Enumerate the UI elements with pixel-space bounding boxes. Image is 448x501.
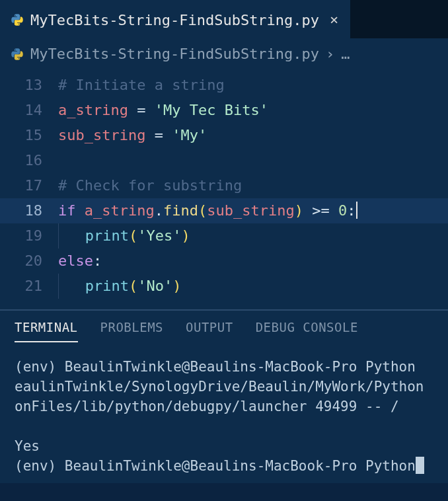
terminal-line: eaulinTwinkle/SynologyDrive/Beaulin/MyWo…: [15, 379, 424, 395]
line-number: 14: [0, 98, 58, 123]
terminal-line: (env) BeaulinTwinkle@Beaulins-MacBook-Pr…: [15, 359, 416, 375]
comment-token: # Initiate a string: [58, 77, 225, 93]
operator-token: =: [145, 127, 172, 143]
panel-tab-terminal[interactable]: TERMINAL: [15, 320, 78, 342]
string-token: 'My': [172, 127, 207, 143]
breadcrumb: MyTecBits-String-FindSubString.py › …: [0, 38, 448, 70]
paren-token: (: [198, 202, 207, 219]
code-line: 16: [0, 148, 448, 173]
line-number: 20: [0, 249, 58, 274]
python-icon: [11, 48, 24, 61]
punct-token: :: [93, 252, 102, 269]
paren-token: ): [172, 278, 181, 294]
operator-token: >=: [303, 202, 338, 219]
paren-token: (: [129, 278, 137, 294]
panel-tab-problems[interactable]: PROBLEMS: [100, 320, 164, 342]
panel-tab-output[interactable]: OUTPUT: [186, 320, 233, 342]
panel-tabs: TERMINAL PROBLEMS OUTPUT DEBUG CONSOLE: [0, 311, 448, 342]
chevron-right-icon: ›: [326, 46, 334, 62]
code-line: 17 # Check for substring: [0, 173, 448, 198]
indent-guide: [58, 274, 59, 299]
paren-token: (: [129, 227, 137, 244]
function-token: print: [85, 278, 129, 294]
breadcrumb-file[interactable]: MyTecBits-String-FindSubString.py: [30, 46, 319, 62]
paren-token: ): [295, 202, 303, 219]
close-icon[interactable]: ×: [330, 13, 338, 27]
variable-token: a_string: [58, 102, 128, 118]
number-token: 0: [338, 202, 347, 219]
indent-guide: [58, 223, 59, 249]
string-token: 'Yes': [137, 227, 181, 244]
variable-token: a_string: [85, 202, 155, 219]
code-line-active: 18 if a_string.find(sub_string) >= 0:: [0, 198, 448, 223]
terminal-prompt: (env) BeaulinTwinkle@Beaulins-MacBook-Pr…: [15, 458, 416, 474]
line-number: 19: [0, 223, 58, 249]
breadcrumb-more[interactable]: …: [341, 46, 350, 62]
terminal-output: Yes: [15, 438, 40, 454]
line-number: 21: [0, 274, 58, 299]
line-number: 15: [0, 123, 58, 148]
code-line: 14 a_string = 'My Tec Bits': [0, 98, 448, 123]
string-token: 'My Tec Bits': [155, 102, 268, 118]
keyword-token: if: [58, 202, 76, 219]
python-icon: [11, 13, 24, 26]
code-line: 19 print('Yes'): [0, 223, 448, 249]
terminal-cursor: [416, 457, 424, 474]
terminal[interactable]: (env) BeaulinTwinkle@Beaulins-MacBook-Pr…: [0, 342, 448, 483]
code-line: 15 sub_string = 'My': [0, 123, 448, 148]
tabs-bar: MyTecBits-String-FindSubString.py ×: [0, 0, 448, 38]
line-number: 13: [0, 73, 58, 98]
comment-token: # Check for substring: [58, 177, 242, 194]
code-line: 20 else:: [0, 249, 448, 274]
text-cursor: [356, 202, 357, 219]
function-token: print: [85, 227, 129, 244]
keyword-token: else: [58, 252, 93, 269]
paren-token: ): [181, 227, 190, 244]
variable-token: sub_string: [207, 202, 294, 219]
punct-token: :: [347, 202, 355, 219]
tab-file[interactable]: MyTecBits-String-FindSubString.py ×: [0, 0, 350, 38]
line-number: 18: [0, 198, 58, 223]
tab-title: MyTecBits-String-FindSubString.py: [30, 12, 319, 28]
code-line: 13 # Initiate a string: [0, 73, 448, 98]
string-token: 'No': [137, 278, 172, 294]
code-editor[interactable]: 13 # Initiate a string 14 a_string = 'My…: [0, 70, 448, 309]
panel-tab-debug-console[interactable]: DEBUG CONSOLE: [256, 320, 358, 342]
line-number: 17: [0, 173, 58, 198]
punct-token: .: [155, 202, 163, 219]
function-token: find: [163, 202, 198, 219]
code-line: 21 print('No'): [0, 274, 448, 299]
terminal-line: onFiles/lib/python/debugpy/launcher 4949…: [15, 399, 399, 414]
line-number: 16: [0, 148, 58, 173]
operator-token: =: [128, 102, 155, 118]
variable-token: sub_string: [58, 127, 145, 143]
